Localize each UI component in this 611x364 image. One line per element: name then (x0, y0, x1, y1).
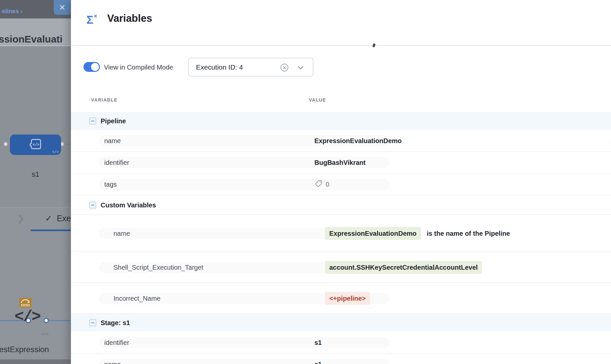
label-pill (99, 359, 389, 364)
variable-value: ExpressionEvaluationDemois the name of t… (325, 227, 510, 240)
collapse-minus-icon[interactable] (89, 319, 96, 326)
wire (49, 320, 71, 321)
section-label: Pipeline (101, 117, 126, 125)
clear-selection-icon[interactable] (280, 63, 289, 74)
variable-name: Incorrect_Name (113, 294, 160, 302)
label-pill (99, 337, 389, 348)
variable-name: name (104, 360, 121, 364)
variable-value: BugBashVikrant (314, 159, 366, 166)
toggle-knob (91, 63, 99, 71)
variable-name: Shell_Script_Execution_Target (113, 263, 203, 271)
variable-value: s1 (314, 360, 322, 364)
svg-text:</>: </> (33, 143, 39, 147)
mouse-cursor (372, 43, 375, 47)
stage-node[interactable]: </> </> (10, 135, 61, 155)
value-highlight: <+pipeline> (325, 292, 370, 305)
variable-name: name (113, 229, 130, 237)
app-root: elines › ssionEvaluati </> </> s1 ❯ ✓ Ex… (0, 0, 611, 364)
table-row: Incorrect_Name<+pipeline> (71, 283, 611, 314)
shell-step-icon[interactable]: </> (15, 308, 40, 326)
value-suffix: is the name of the Pipeline (427, 229, 510, 237)
variable-value: ExpressionEvaluationDemo (314, 137, 402, 144)
variable-value: account.SSHKeySecretCredentialAccountLev… (325, 261, 482, 274)
sigma-x-icon: Σ× (86, 13, 97, 26)
value-highlight: ExpressionEvaluationDemo (325, 227, 421, 240)
variable-value: s1 (314, 339, 322, 346)
execution-id-select[interactable]: Execution ID: 4 (188, 58, 313, 76)
variables-panel: Σ× Variables View in Compiled Mode Execu… (71, 0, 611, 364)
variables-table-body: PipelinenameExpressionEvaluationDemoiden… (71, 112, 611, 364)
collapse-minus-icon[interactable] (89, 117, 96, 125)
section-label: Stage: s1 (101, 319, 130, 327)
table-row: nameExpressionEvaluationDemo (71, 130, 611, 152)
table-row: tags0 (71, 173, 611, 195)
wire (65, 144, 71, 145)
variable-value: 0 (314, 179, 329, 189)
table-row: identifiers1 (71, 332, 611, 353)
stage-node-label: s1 (10, 170, 61, 179)
active-tab-underline (31, 229, 71, 231)
section-row[interactable]: Pipeline (71, 112, 611, 130)
breadcrumb[interactable]: elines › (2, 8, 22, 15)
section-row[interactable]: Stage: s1 (71, 314, 611, 332)
tag-icon (314, 179, 323, 189)
column-header-variable: VARIABLE (91, 97, 117, 103)
label-pill (99, 179, 389, 190)
code-badge: </> (52, 150, 59, 154)
chevron-down-icon[interactable] (297, 66, 304, 72)
variable-name: tags (104, 180, 117, 188)
variable-name: identifier (104, 339, 129, 346)
tab-execution[interactable]: Exe (57, 214, 71, 223)
success-check-icon: ✓ (45, 214, 52, 223)
collapse-chevron-icon[interactable]: ❯ (17, 214, 24, 224)
variable-value: <+pipeline> (325, 292, 370, 305)
table-row: nameExpressionEvaluationDemois the name … (71, 215, 611, 252)
custom-stage-icon: </> (28, 137, 43, 153)
table-row: Shell_Script_Execution_Targetaccount.SSH… (71, 252, 611, 283)
step-port (44, 318, 49, 323)
variable-name: name (104, 137, 121, 144)
page-title: ssionEvaluati (0, 34, 62, 45)
variable-name: identifier (104, 159, 129, 166)
compiled-mode-label: View in Compiled Mode (104, 64, 173, 71)
execution-id-value: Execution ID: 4 (196, 63, 243, 71)
step-label: testExpression (0, 345, 49, 354)
column-header-value: VALUE (309, 97, 326, 103)
gauge-icon (19, 297, 32, 309)
section-label: Custom Variables (101, 201, 156, 209)
collapse-minus-icon[interactable] (89, 201, 96, 209)
node-port (3, 141, 8, 147)
section-row[interactable]: Custom Variables (71, 195, 611, 215)
header-divider (71, 45, 611, 46)
value-highlight: account.SSHKeySecretCredentialAccountLev… (325, 261, 482, 274)
table-row: identifierBugBashVikrant (71, 152, 611, 173)
close-drawer-button[interactable]: ✕ (54, 0, 71, 15)
compiled-mode-toggle[interactable] (83, 62, 100, 72)
panel-title: Variables (107, 13, 152, 24)
table-row: names1 (71, 353, 611, 364)
code-badge-small: </> (41, 332, 48, 337)
